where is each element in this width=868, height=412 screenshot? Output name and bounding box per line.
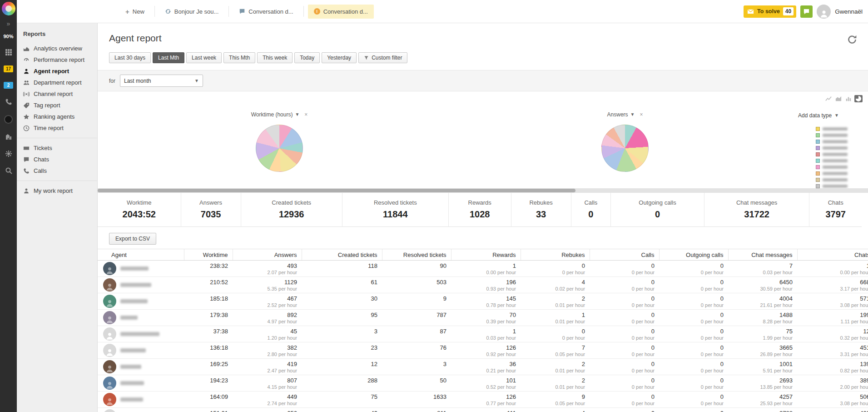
legend-item[interactable] — [816, 133, 848, 137]
period-select[interactable]: Last month ▼ — [120, 75, 203, 87]
filter-this-week-button[interactable]: This week — [257, 52, 293, 63]
sidebar-item-time-report[interactable]: Time report — [17, 122, 97, 134]
sidebar-item-ranking-agents[interactable]: Ranking agents — [17, 111, 97, 122]
sidebar-item-department-report[interactable]: Department report — [17, 77, 97, 88]
bar-chart-tool-button[interactable] — [844, 95, 853, 102]
column-header-outgoing-calls[interactable]: Outgoing calls — [659, 249, 728, 261]
conversation-tab-1[interactable]: Bonjour Je sou... — [159, 5, 225, 19]
settings-icon-item[interactable] — [4, 150, 13, 157]
cell-worktime: 37:38 — [184, 326, 233, 342]
sidebar-item-performance-report[interactable]: Performance report — [17, 54, 97, 65]
expand-rail-icon[interactable]: » — [7, 20, 10, 27]
cell-value: 196 — [451, 279, 516, 286]
conversation-tab-3[interactable]: !Conversation d... — [308, 5, 374, 19]
cell-value: 164:09 — [184, 393, 228, 400]
cell-value: 0 — [590, 328, 655, 335]
remove-chart-button[interactable]: × — [304, 111, 308, 118]
cell-value: 179:38 — [184, 312, 228, 318]
line-chart-tool-button[interactable] — [824, 95, 833, 102]
table-row[interactable]: 37:38451.20 per hour38710.03 per hour00 … — [98, 326, 868, 342]
search-icon-item[interactable] — [4, 167, 13, 174]
chats-count-badge-item[interactable]: 2 — [4, 82, 13, 89]
pie-chart-icon — [855, 95, 862, 102]
refresh-button[interactable] — [847, 35, 857, 45]
filter-today-button[interactable]: Today — [294, 52, 320, 63]
horizontal-scrollbar[interactable] — [98, 188, 868, 193]
filter-yesterday-button[interactable]: Yesterday — [322, 52, 357, 63]
sidebar-item-label: Ranking agents — [34, 113, 74, 120]
legend-item[interactable] — [816, 159, 848, 163]
table-row[interactable]: 151:016564.34 per hour498111110.74 per h… — [98, 408, 868, 412]
legend-item[interactable] — [816, 140, 848, 144]
filter-this-mth-button[interactable]: This Mth — [223, 52, 255, 63]
area-chart-tool-button[interactable] — [834, 95, 843, 102]
filter-custom-filter-button[interactable]: Custom filter — [358, 52, 407, 63]
sidebar-item-label: Performance report — [34, 56, 84, 63]
sidebar-item-my-work-report[interactable]: My work report — [17, 185, 97, 196]
search-icon — [5, 167, 12, 174]
legend-item[interactable] — [816, 165, 848, 169]
export-csv-button[interactable]: Export to CSV — [109, 233, 156, 245]
column-header-chat-messages[interactable]: Chat messages — [728, 249, 797, 261]
chart-data-type-select[interactable]: Worktime (hours)▼× — [234, 111, 325, 118]
column-header-resolved-tickets[interactable]: Resolved tickets — [382, 249, 451, 261]
sidebar-item-tag-report[interactable]: Tag report — [17, 100, 97, 111]
user-name[interactable]: Gwennaël — [835, 8, 863, 15]
column-header-calls[interactable]: Calls — [590, 249, 659, 261]
legend-item[interactable] — [816, 184, 848, 188]
legend-item[interactable] — [816, 146, 848, 150]
table-row[interactable]: 210:5211295.35 per hour615031960.93 per … — [98, 277, 868, 293]
column-header-chats[interactable]: Chats — [797, 249, 868, 261]
legend-item[interactable] — [816, 178, 848, 182]
sidebar-item-agent-report[interactable]: Agent report — [17, 65, 97, 77]
app-logo[interactable] — [2, 2, 15, 15]
column-header-created-tickets[interactable]: Created tickets — [302, 249, 382, 261]
table-row[interactable]: 164:094492.74 per hour7516331260.77 per … — [98, 392, 868, 408]
cell-chat_messages: 10015.91 per hour — [728, 359, 797, 375]
column-header-agent[interactable]: Agent — [98, 249, 184, 261]
cell-rate: 0 per hour — [590, 335, 655, 341]
table-row[interactable]: 185:184672.52 per hour3091450.78 per hou… — [98, 293, 868, 310]
column-header-rebukes[interactable]: Rebukes — [521, 249, 590, 261]
filter-last-30-days-button[interactable]: Last 30 days — [109, 52, 151, 63]
tickets-count-badge-item[interactable]: 17 — [4, 65, 13, 72]
dashboard-icon-item[interactable] — [4, 49, 13, 56]
table-row[interactable]: 136:183822.80 per hour23761260.92 per ho… — [98, 342, 868, 359]
sidebar-item-tickets[interactable]: Tickets — [17, 142, 97, 154]
cell-value: 0 — [659, 295, 724, 302]
sidebar-item-analytics-overview[interactable]: Analytics overview — [17, 43, 97, 54]
sidebar-item-channel-report[interactable]: Channel report — [17, 88, 97, 100]
column-header-answers[interactable]: Answers — [233, 249, 302, 261]
filter-last-week-button[interactable]: Last week — [186, 52, 222, 63]
cell-rate: 0.92 per hour — [451, 352, 516, 357]
filter-last-mth-button[interactable]: Last Mth — [153, 52, 184, 63]
add-data-type-button[interactable]: Add data type ▼ — [798, 112, 839, 119]
new-tab-button[interactable]: +New — [119, 5, 150, 19]
legend-item[interactable] — [816, 171, 848, 176]
column-header-worktime[interactable]: Worktime — [184, 249, 233, 261]
pie-chart-tool-button[interactable] — [854, 95, 863, 102]
table-row[interactable]: 238:324932.07 per hour1189010.00 per hou… — [98, 261, 868, 277]
table-row[interactable]: 179:388924.97 per hour95787700.39 per ho… — [98, 310, 868, 326]
user-avatar[interactable] — [817, 5, 831, 19]
table-row[interactable]: 194:238074.15 per hour288501010.52 per h… — [98, 375, 868, 392]
phone-icon — [5, 98, 12, 106]
cell-answers: 4492.74 per hour — [233, 392, 302, 408]
table-row[interactable]: 169:254192.47 per hour123360.21 per hour… — [98, 359, 868, 375]
company-icon-item[interactable] — [4, 133, 13, 141]
sidebar-item-calls[interactable]: Calls — [17, 165, 97, 176]
chat-status-button[interactable] — [800, 5, 813, 18]
scrollbar-thumb[interactable] — [98, 189, 575, 192]
to-solve-button[interactable]: To solve 40 — [744, 5, 796, 18]
summary-stats-row: Worktime2043:52Answers7035Created ticket… — [98, 193, 862, 227]
chart-data-type-select[interactable]: Answers▼× — [580, 111, 670, 118]
calls-icon-item[interactable] — [4, 98, 13, 106]
remove-chart-button[interactable]: × — [640, 111, 643, 118]
legend-item[interactable] — [816, 152, 848, 156]
conversation-tab-2[interactable]: Conversation d... — [233, 5, 299, 19]
avatar — [103, 377, 116, 390]
sidebar-item-chats[interactable]: Chats — [17, 154, 97, 165]
column-header-rewards[interactable]: Rewards — [451, 249, 521, 261]
legend-item[interactable] — [816, 127, 848, 131]
reports-icon-item[interactable] — [4, 115, 13, 124]
